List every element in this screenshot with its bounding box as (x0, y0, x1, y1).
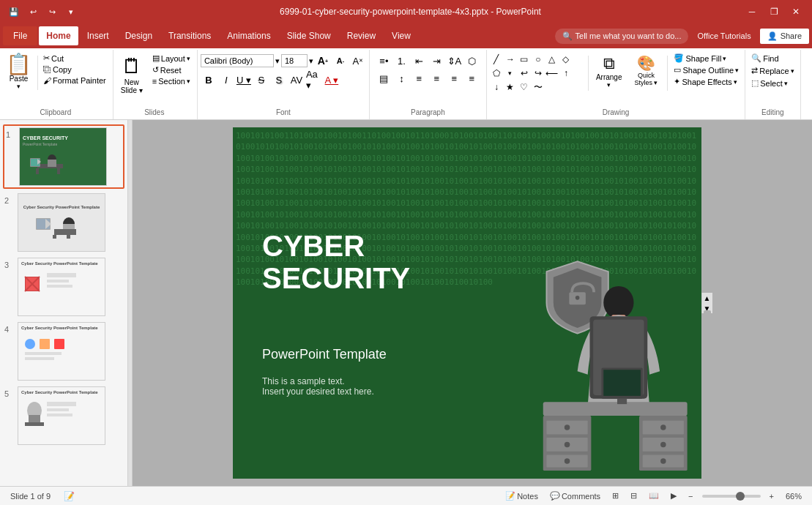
shape-triangle-btn[interactable]: △ (545, 53, 559, 66)
char-spacing-button[interactable]: AV (288, 72, 305, 88)
comments-button[interactable]: 💬 Comments (547, 490, 603, 502)
format-painter-button[interactable]: 🖌 Format Painter (41, 75, 108, 86)
select-button[interactable]: ⬚ Select ▾ (748, 78, 791, 89)
font-size-input[interactable] (281, 54, 308, 67)
save-button[interactable]: 💾 (6, 4, 22, 20)
slide-thumb-3[interactable]: 3 Cyber Security PowerPoint Template (3, 256, 124, 318)
reset-button[interactable]: ↺ Reset (150, 64, 193, 75)
layout-button[interactable]: ▤ Layout ▾ (150, 53, 193, 64)
replace-button[interactable]: ⇄ Replace ▾ (748, 65, 797, 76)
shadow-button[interactable]: S (271, 72, 287, 88)
shape-effects-button[interactable]: ✦ Shape Effects ▾ (671, 76, 742, 87)
quick-styles-button[interactable]: 🎨 Quick Styles ▾ (627, 53, 664, 94)
bold-button[interactable]: B (201, 72, 217, 88)
text-direction-button[interactable]: ⇕A (446, 53, 462, 69)
slide-thumb-4[interactable]: 4 Cyber Security PowerPoint Template (3, 321, 124, 382)
office-tutorials-link[interactable]: Office Tutorials (691, 29, 756, 43)
shape-diamond-btn[interactable]: ◇ (559, 53, 573, 66)
numbered-list-button[interactable]: 1. (393, 53, 409, 69)
paste-button[interactable]: 📋 Paste ▾ (3, 53, 34, 93)
shape-outline-button[interactable]: ▭ Shape Outline ▾ (671, 64, 742, 75)
zoom-in-button[interactable]: + (767, 490, 777, 502)
find-button[interactable]: 🔍 Find (748, 53, 781, 64)
zoom-slider-thumb[interactable] (736, 492, 745, 501)
shape-line-btn[interactable]: ╱ (490, 53, 503, 66)
menu-transitions[interactable]: Transitions (161, 26, 218, 45)
menu-home[interactable]: Home (39, 26, 78, 45)
slide-panel[interactable]: 1 CYBER SECURITY PowerPoint Template (0, 120, 128, 486)
menu-review[interactable]: Review (340, 26, 383, 45)
share-button[interactable]: 👤 Share (760, 29, 809, 44)
slide-description[interactable]: This is a sample text. Insert your desir… (262, 376, 374, 397)
align-right-button[interactable]: ≡ (446, 70, 462, 86)
slide-notes-icon[interactable]: 📝 (61, 490, 78, 503)
restore-button[interactable]: ❐ (764, 4, 784, 19)
slide-thumb-1[interactable]: 1 CYBER SECURITY PowerPoint Template (3, 124, 124, 189)
justify-button[interactable]: ≡ (463, 70, 480, 86)
cut-button[interactable]: ✂ Cut (41, 53, 108, 64)
slide-canvas[interactable]: 1001010100110100101001010011010010010110… (233, 127, 701, 479)
bullets-button[interactable]: ≡• (376, 53, 392, 69)
shape-arrow-btn[interactable]: → (504, 53, 517, 66)
menu-view[interactable]: View (384, 26, 418, 45)
increase-indent-button[interactable]: ⇥ (428, 53, 444, 69)
align-center-button[interactable]: ≡ (428, 70, 444, 86)
strikethrough-button[interactable]: S (253, 72, 269, 88)
tell-me-input[interactable]: 🔍 Tell me what you want to do... (555, 29, 689, 44)
slide-sorter-button[interactable]: ⊟ (627, 490, 640, 502)
shape-down-arrow-btn[interactable]: ↓ (490, 81, 503, 94)
line-spacing-button[interactable]: ↕ (393, 70, 409, 86)
menu-file[interactable]: File (3, 26, 37, 45)
scroll-thumb[interactable] (704, 310, 711, 354)
undo-button[interactable]: ↩ (25, 4, 41, 20)
shape-back-arrow-btn[interactable]: ↩ (518, 67, 531, 80)
columns-button[interactable]: ▤ (376, 70, 392, 86)
change-case-button[interactable]: Aa ▾ (306, 72, 322, 88)
zoom-out-button[interactable]: − (685, 490, 696, 502)
menu-design[interactable]: Design (118, 26, 160, 45)
scroll-up-button[interactable]: ▲ (702, 293, 712, 303)
slide-view-scrollbar[interactable]: ▲ ▼ (701, 293, 712, 313)
font-name-input[interactable] (201, 54, 274, 67)
shape-double-arrow-btn[interactable]: ⟵ (545, 67, 559, 80)
shape-more-btn[interactable]: ▾ (504, 67, 517, 80)
minimize-button[interactable]: ─ (742, 4, 762, 19)
customize-quick-access-button[interactable]: ▾ (63, 4, 79, 20)
shape-heart-btn[interactable]: ♡ (518, 81, 531, 94)
shape-fill-button[interactable]: 🪣 Shape Fill ▾ (671, 53, 742, 64)
shape-circle-btn[interactable]: ○ (532, 53, 545, 66)
slideshow-button[interactable]: ▶ (668, 490, 679, 502)
slide-thumb-5[interactable]: 5 Cyber Security PowerPoint Template (3, 385, 124, 446)
slide-thumb-2[interactable]: 2 Cyber Security PowerPoint Template (3, 192, 124, 253)
shape-up-arrow-btn[interactable]: ↑ (559, 67, 573, 80)
close-button[interactable]: ✕ (786, 4, 806, 19)
grow-font-button[interactable]: A+ (315, 53, 331, 69)
italic-button[interactable]: I (218, 72, 234, 88)
clear-formatting-button[interactable]: A✕ (350, 53, 366, 69)
reading-view-button[interactable]: 📖 (646, 490, 662, 502)
shape-star-btn[interactable]: ★ (504, 81, 517, 94)
align-left-button[interactable]: ≡ (411, 70, 427, 86)
menu-slideshow[interactable]: Slide Show (280, 26, 338, 45)
shape-rect-btn[interactable]: ▭ (518, 53, 531, 66)
menu-animations[interactable]: Animations (220, 26, 278, 45)
arrange-button[interactable]: ⧉ Arrange ▾ (592, 53, 627, 94)
font-color-button[interactable]: A ▾ (324, 72, 340, 88)
slide-title[interactable]: CYBER SECURITY (262, 230, 410, 294)
notes-button[interactable]: 📝 Notes (502, 490, 541, 502)
new-slide-button[interactable]: 🗒 New Slide ▾ (116, 53, 147, 96)
underline-button[interactable]: U ▾ (236, 72, 252, 88)
menu-insert[interactable]: Insert (80, 26, 116, 45)
copy-button[interactable]: ⿻ Copy (41, 64, 108, 75)
normal-view-button[interactable]: ⊞ (609, 490, 622, 502)
zoom-slider[interactable] (702, 495, 761, 498)
zoom-level[interactable]: 66% (783, 490, 805, 502)
slide-subtitle[interactable]: PowerPoint Template (262, 347, 387, 362)
shape-wave-btn[interactable]: 〜 (532, 81, 545, 94)
decrease-indent-button[interactable]: ⇤ (411, 53, 427, 69)
redo-button[interactable]: ↪ (44, 4, 60, 20)
section-button[interactable]: ≡ Section ▾ (150, 76, 193, 86)
shape-forward-arrow-btn[interactable]: ↪ (532, 67, 545, 80)
shape-pentagon-btn[interactable]: ⬠ (490, 67, 503, 80)
convert-smartart-button[interactable]: ⬡ (463, 53, 480, 69)
